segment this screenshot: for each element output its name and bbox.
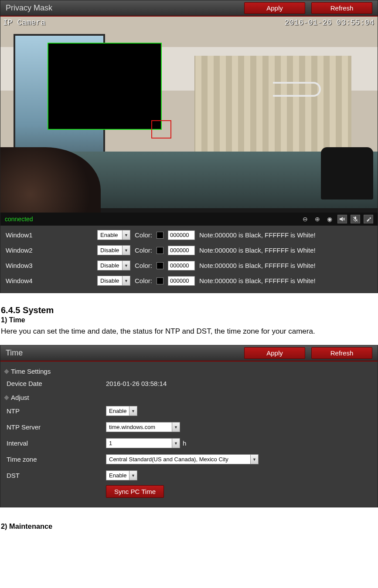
color-note: Note:000000 is Black, FFFFFF is White! <box>199 231 316 239</box>
tools-icon[interactable] <box>364 215 373 223</box>
chevron-down-icon: ▼ <box>172 422 180 432</box>
window-row-2: Window2 Disable ▼ Color: Note:000000 is … <box>0 243 378 258</box>
color-swatch[interactable] <box>157 262 163 269</box>
color-label: Color: <box>135 277 152 284</box>
camera-name-overlay: IP Camera <box>3 18 45 27</box>
chevron-down-icon: ▼ <box>172 439 180 448</box>
zoom-in-icon[interactable]: ⊕ <box>313 215 322 223</box>
sync-pc-time-button[interactable]: Sync PC Time <box>106 485 164 498</box>
doc-section-maintenance: 2) Maintenance <box>0 507 378 532</box>
window-row-4: Window4 Disable ▼ Color: Note:000000 is … <box>0 273 378 288</box>
video-bar-icons: ⊖ ⊕ ◉ <box>301 215 373 223</box>
dst-select[interactable]: Enable ▼ <box>106 470 137 480</box>
zoom-out-icon[interactable]: ⊖ <box>301 215 310 223</box>
chevron-down-icon: ▼ <box>129 471 137 480</box>
timezone-select[interactable]: Central Standard(US and Canada), Mexico … <box>106 454 259 464</box>
chevron-down-icon: ▼ <box>122 261 130 270</box>
row-ntp: NTP Enable ▼ <box>0 403 378 419</box>
connection-status: connected <box>5 216 33 223</box>
time-header: Time Apply Refresh <box>0 345 378 362</box>
window2-state-select[interactable]: Disable ▼ <box>97 245 130 255</box>
privacy-title: Privacy Mask <box>6 3 52 13</box>
color-label: Color: <box>135 247 152 254</box>
privacy-header-buttons: Apply Refresh <box>244 2 372 14</box>
heading-system: 6.4.5 System <box>1 305 377 315</box>
window-label: Window3 <box>6 262 93 269</box>
ntp-select[interactable]: Enable ▼ <box>106 406 137 416</box>
diamond-icon <box>4 369 9 374</box>
color-label: Color: <box>135 262 152 269</box>
interval-unit: h <box>183 439 186 447</box>
color-label: Color: <box>135 231 152 239</box>
row-ntp-server: NTP Server time.windows.com ▼ <box>0 419 378 435</box>
window4-color-input[interactable] <box>168 276 195 286</box>
mic-mute-icon[interactable] <box>351 215 360 223</box>
diamond-icon <box>4 395 9 400</box>
refresh-button[interactable]: Refresh <box>311 347 372 359</box>
color-note: Note:000000 is Black, FFFFFF is White! <box>199 247 316 254</box>
refresh-button[interactable]: Refresh <box>311 2 372 14</box>
color-note: Note:000000 is Black, FFFFFF is White! <box>199 277 316 284</box>
color-swatch[interactable] <box>157 277 163 284</box>
video-preview[interactable]: IP Camera 2016-01-26 03:55:04 connected … <box>0 17 378 226</box>
section-adjust: Adjust <box>0 390 378 403</box>
device-date-label: Device Date <box>7 380 106 387</box>
apply-button[interactable]: Apply <box>244 347 305 359</box>
row-dst: DST Enable ▼ <box>0 467 378 483</box>
window-label: Window2 <box>6 247 93 254</box>
chevron-down-icon: ▼ <box>129 406 137 416</box>
row-timezone: Time zone Central Standard(US and Canada… <box>0 451 378 467</box>
window1-color-input[interactable] <box>168 230 195 240</box>
video-control-bar: connected ⊖ ⊕ ◉ <box>0 213 378 226</box>
section-time-settings: Time Settings <box>0 364 378 377</box>
window-label: Window4 <box>6 277 93 284</box>
window2-color-input[interactable] <box>168 246 195 255</box>
interval-select[interactable]: 1 ▼ <box>106 438 180 448</box>
window3-color-input[interactable] <box>168 261 195 270</box>
chevron-down-icon: ▼ <box>250 455 258 464</box>
color-swatch[interactable] <box>157 232 163 239</box>
row-device-date: Device Date 2016-01-26 03:58:14 <box>0 377 378 390</box>
heading-time: 1) Time <box>1 316 377 324</box>
privacy-mask-panel: Privacy Mask Apply Refresh IP Camera 201… <box>0 0 378 293</box>
speaker-mute-icon[interactable] <box>337 215 347 223</box>
row-sync: Sync PC Time <box>0 483 378 501</box>
chevron-down-icon: ▼ <box>122 276 130 285</box>
paragraph-time: Here you can set the time and date, the … <box>1 326 377 337</box>
dst-label: DST <box>7 472 106 479</box>
time-form: Time Settings Device Date 2016-01-26 03:… <box>0 362 378 507</box>
row-interval: Interval 1 ▼ h <box>0 435 378 451</box>
ntp-label: NTP <box>7 407 106 415</box>
time-title: Time <box>6 348 23 358</box>
time-header-buttons: Apply Refresh <box>244 347 372 359</box>
privacy-mask-region-1[interactable] <box>48 43 162 130</box>
interval-label: Interval <box>7 439 106 447</box>
selection-handle[interactable] <box>151 120 171 139</box>
chevron-down-icon: ▼ <box>122 246 130 255</box>
doc-section-system: 6.4.5 System 1) Time Here you can set th… <box>0 293 378 341</box>
color-swatch[interactable] <box>157 247 163 254</box>
window1-state-select[interactable]: Enable ▼ <box>97 230 130 240</box>
heading-maintenance: 2) Maintenance <box>1 522 377 531</box>
window-label: Window1 <box>6 231 93 239</box>
window3-state-select[interactable]: Disable ▼ <box>97 260 130 270</box>
window4-state-select[interactable]: Disable ▼ <box>97 276 130 286</box>
camera-time-overlay: 2016-01-26 03:55:04 <box>285 18 374 27</box>
ntp-server-label: NTP Server <box>7 423 106 431</box>
chevron-down-icon: ▼ <box>122 230 130 240</box>
window-row-3: Window3 Disable ▼ Color: Note:000000 is … <box>0 258 378 273</box>
device-date-value: 2016-01-26 03:58:14 <box>106 380 167 387</box>
color-note: Note:000000 is Black, FFFFFF is White! <box>199 262 316 269</box>
time-panel: Time Apply Refresh Time Settings Device … <box>0 345 378 507</box>
window-rows: Window1 Enable ▼ Color: Note:000000 is B… <box>0 226 378 293</box>
apply-button[interactable]: Apply <box>244 2 305 14</box>
privacy-header: Privacy Mask Apply Refresh <box>0 0 378 17</box>
record-icon[interactable]: ◉ <box>325 215 334 223</box>
timezone-label: Time zone <box>7 456 106 463</box>
window-row-1: Window1 Enable ▼ Color: Note:000000 is B… <box>0 227 378 243</box>
ntp-server-select[interactable]: time.windows.com ▼ <box>106 422 180 432</box>
